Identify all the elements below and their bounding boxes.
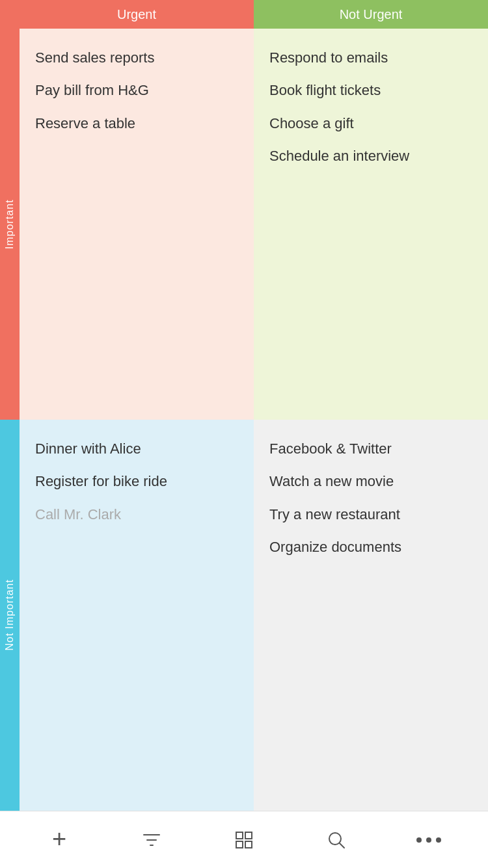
urgent-header: Urgent bbox=[20, 0, 254, 29]
not-urgent-label: Not Urgent bbox=[340, 7, 403, 22]
header-corner bbox=[0, 0, 20, 29]
search-icon bbox=[326, 830, 347, 850]
filter-button[interactable] bbox=[135, 824, 168, 856]
task-item[interactable]: Respond to emails bbox=[269, 42, 472, 74]
more-icon bbox=[416, 837, 441, 843]
svg-rect-1 bbox=[245, 832, 252, 839]
not-urgent-header: Not Urgent bbox=[254, 0, 488, 29]
quadrant-not-important-not-urgent: Facebook & TwitterWatch a new movieTry a… bbox=[254, 420, 488, 811]
not-important-row: Not Important Dinner with AliceRegister … bbox=[0, 420, 488, 811]
task-item[interactable]: Try a new restaurant bbox=[269, 498, 472, 531]
task-item[interactable]: Send sales reports bbox=[35, 42, 238, 74]
more-button[interactable] bbox=[413, 824, 445, 856]
add-button[interactable]: + bbox=[43, 824, 75, 856]
task-item[interactable]: Call Mr. Clark bbox=[35, 498, 238, 531]
task-item[interactable]: Book flight tickets bbox=[269, 74, 472, 107]
task-item[interactable]: Pay bill from H&G bbox=[35, 74, 238, 107]
svg-rect-2 bbox=[236, 841, 243, 848]
task-item[interactable]: Facebook & Twitter bbox=[269, 433, 472, 465]
task-item[interactable]: Register for bike ride bbox=[35, 465, 238, 498]
grid-button[interactable] bbox=[228, 824, 260, 856]
task-item[interactable]: Reserve a table bbox=[35, 107, 238, 140]
svg-rect-0 bbox=[236, 832, 243, 839]
quadrant-important-urgent: Send sales reportsPay bill from H&GReser… bbox=[20, 29, 254, 420]
urgent-label: Urgent bbox=[117, 7, 156, 22]
add-icon: + bbox=[52, 826, 66, 851]
task-item[interactable]: Organize documents bbox=[269, 531, 472, 563]
column-headers: Urgent Not Urgent bbox=[0, 0, 488, 29]
toolbar: + bbox=[0, 811, 488, 868]
quadrant-important-not-urgent: Respond to emailsBook flight ticketsChoo… bbox=[254, 29, 488, 420]
svg-rect-3 bbox=[245, 841, 252, 848]
svg-line-5 bbox=[340, 843, 344, 848]
task-item[interactable]: Choose a gift bbox=[269, 107, 472, 140]
important-row: Important Send sales reportsPay bill fro… bbox=[0, 29, 488, 420]
task-item[interactable]: Schedule an interview bbox=[269, 140, 472, 172]
quadrant-not-important-urgent: Dinner with AliceRegister for bike rideC… bbox=[20, 420, 254, 811]
search-button[interactable] bbox=[320, 824, 353, 856]
grid-icon bbox=[234, 830, 254, 850]
not-important-label: Not Important bbox=[0, 420, 20, 811]
filter-icon bbox=[141, 830, 162, 850]
important-label: Important bbox=[0, 29, 20, 420]
task-item[interactable]: Watch a new movie bbox=[269, 465, 472, 498]
task-item[interactable]: Dinner with Alice bbox=[35, 433, 238, 465]
